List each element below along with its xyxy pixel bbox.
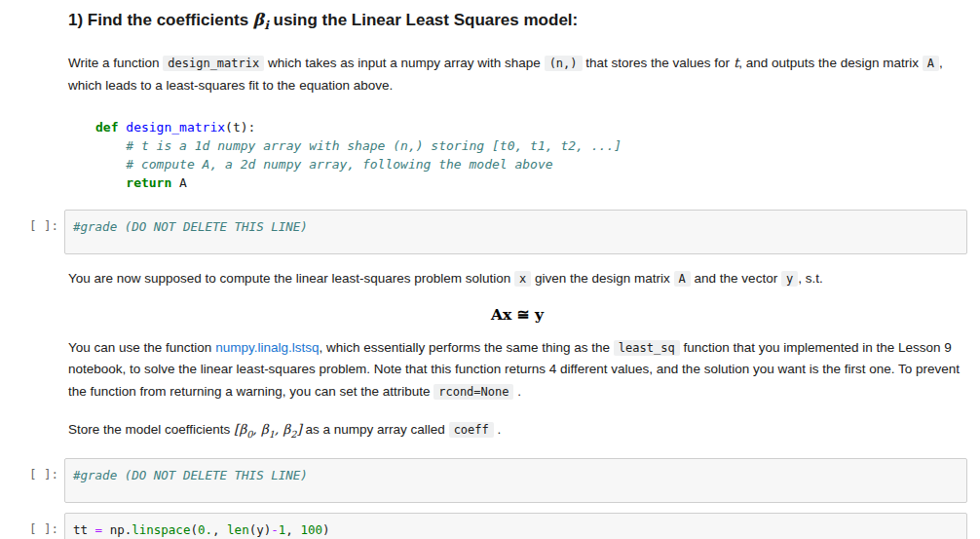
code-token: , <box>285 522 300 537</box>
inline-code-design-matrix: design_matrix <box>163 56 264 71</box>
text-segment: as a numpy array called <box>302 422 449 437</box>
markdown-section-1: 1) Find the coefficients βi using the Li… <box>0 10 980 192</box>
code-line: def design_matrix(t): <box>95 118 966 136</box>
paragraph-lstsq-intro: You are now supposed to compute the line… <box>68 268 966 289</box>
code-token: A <box>171 175 187 190</box>
section-heading: 1) Find the coefficients βi using the Li… <box>68 10 966 32</box>
code-cell-linspace: [ ]: tt = np.linspace(0., len(y)-1, 100)… <box>0 513 980 539</box>
text-segment: , and outputs the design matrix <box>738 56 922 70</box>
code-line: # compute A, a 2d numpy array, following… <box>95 155 966 173</box>
text-segment: . <box>494 422 502 437</box>
math-coefficients: [β0, β1, β2] <box>234 421 302 437</box>
text-segment: that stores the values for <box>583 56 734 70</box>
inline-code-coeff: coeff <box>449 422 494 438</box>
numpy-lstsq-link[interactable]: numpy.linalg.lstsq <box>215 340 319 355</box>
text-segment: Write a function <box>68 56 163 70</box>
heading-text-post: using the Linear Least Squares model: <box>269 11 578 29</box>
code-editor-grade-1[interactable]: #grade (DO NOT DELETE THIS LINE) <box>64 210 967 254</box>
text-segment: and the vector <box>691 271 781 286</box>
math-segment: , β <box>252 421 268 437</box>
code-token: , <box>212 522 227 537</box>
code-token: 100 <box>300 522 322 537</box>
code-line: tt = np.linspace(0., len(y)-1, 100) <box>73 521 959 538</box>
code-token: ( <box>190 522 198 537</box>
code-line: return A <box>95 173 966 192</box>
inline-code-rcond: rcond=None <box>433 384 513 400</box>
text-segment: You can use the function <box>68 340 215 355</box>
inline-code-A: A <box>923 56 939 71</box>
text-segment: , which essentially performs the same th… <box>319 340 613 355</box>
heading-text-pre: 1) Find the coefficients <box>68 11 253 29</box>
code-token: - <box>271 522 279 537</box>
text-segment: You are now supposed to compute the line… <box>68 271 514 286</box>
paragraph-lstsq-details: You can use the function numpy.linalg.ls… <box>68 337 966 403</box>
code-token: 0. <box>198 522 212 537</box>
inline-code-x: x <box>514 271 531 287</box>
code-token: np. <box>102 522 132 537</box>
code-token: def <box>95 120 126 135</box>
code-token: ) <box>322 522 330 537</box>
math-equation: Ax ≅ y <box>68 305 966 324</box>
code-line: # t is a 1d numpy array with shape (n,) … <box>95 136 966 155</box>
text-segment: , s.t. <box>798 271 823 286</box>
cell-prompt: [ ]: <box>0 458 64 503</box>
code-editor-grade-2[interactable]: #grade (DO NOT DELETE THIS LINE) <box>64 458 967 503</box>
code-token: tt <box>73 522 95 537</box>
grade-comment: #grade (DO NOT DELETE THIS LINE) <box>73 468 308 482</box>
code-cell-grade-2: [ ]: #grade (DO NOT DELETE THIS LINE) <box>0 458 980 503</box>
code-comment: # t is a 1d numpy array with shape (n,) … <box>95 138 622 153</box>
cell-prompt: [ ]: <box>0 513 64 539</box>
cell-prompt: [ ]: <box>0 210 64 254</box>
code-cell-grade-1: [ ]: #grade (DO NOT DELETE THIS LINE) <box>0 210 980 254</box>
code-token: return <box>95 175 171 190</box>
text-segment: given the design matrix <box>531 271 673 286</box>
code-token: (y) <box>249 522 272 537</box>
grade-comment: #grade (DO NOT DELETE THIS LINE) <box>73 219 308 234</box>
code-token: (t): <box>225 120 255 135</box>
paragraph-intro: Write a function design_matrix which tak… <box>68 52 966 96</box>
code-token: len <box>227 522 249 537</box>
text-segment: which takes as input a numpy array with … <box>264 56 544 70</box>
inline-code-y: y <box>781 271 798 287</box>
code-token: linspace <box>132 522 190 537</box>
code-token: design_matrix <box>126 120 225 135</box>
text-segment: Store the model coefficients <box>68 422 234 437</box>
inline-code-least-sq: least_sq <box>614 340 680 356</box>
inline-code-A: A <box>674 271 691 287</box>
math-segment: [β <box>234 421 246 437</box>
markdown-code-block: def design_matrix(t): # t is a 1d numpy … <box>95 118 966 192</box>
inline-code-shape: (n,) <box>545 56 583 71</box>
code-token: = <box>95 522 103 537</box>
markdown-section-2: You are now supposed to compute the line… <box>0 268 980 443</box>
notebook-page: 1) Find the coefficients βi using the Li… <box>0 10 980 539</box>
beta-symbol: β <box>253 10 264 29</box>
text-segment: . <box>513 384 521 399</box>
math-segment: , β <box>275 421 290 437</box>
code-comment: # compute A, a 2d numpy array, following… <box>95 157 553 172</box>
paragraph-store-coeff: Store the model coefficients [β0, β1, β2… <box>68 418 966 443</box>
code-editor-linspace[interactable]: tt = np.linspace(0., len(y)-1, 100)ytild… <box>64 513 967 539</box>
